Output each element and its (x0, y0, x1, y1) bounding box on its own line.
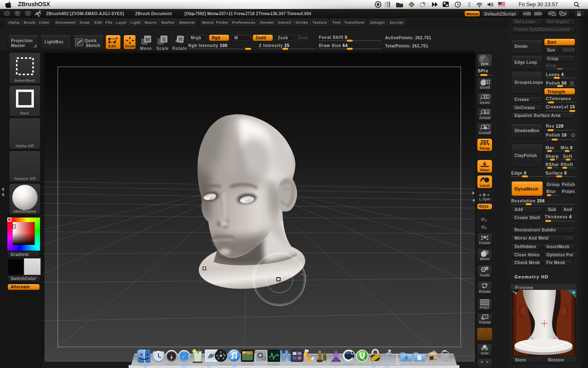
svg-text:R: R (179, 36, 183, 43)
svg-text:x1: x1 (485, 110, 489, 114)
svg-text:M: M (145, 36, 150, 43)
svg-text:S: S (162, 36, 166, 43)
svg-text:G: G (434, 357, 437, 361)
svg-text:A: A (404, 355, 408, 361)
